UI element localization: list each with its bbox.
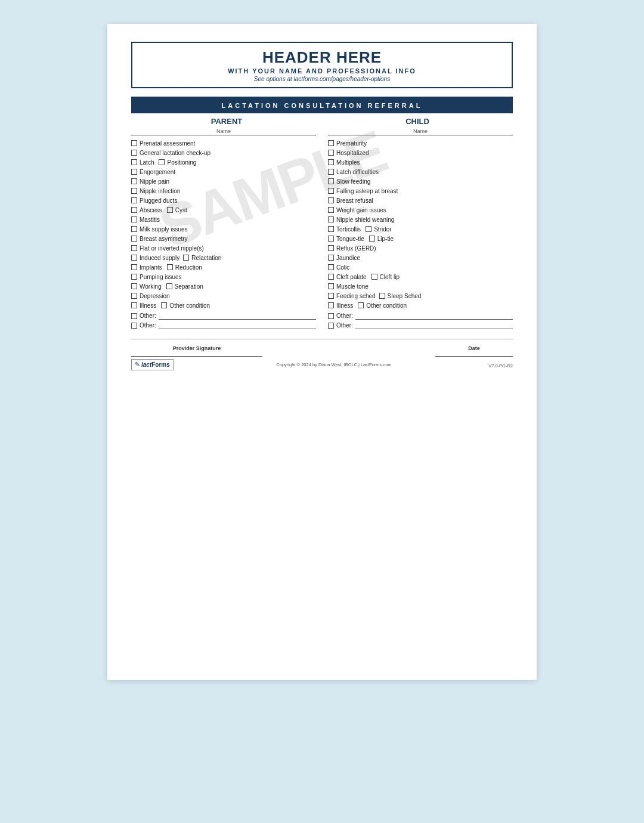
footer-bottom: ✎ lactForms Copyright © 2024 by Diana We… xyxy=(131,359,513,370)
child-name-field[interactable]: Name xyxy=(328,128,513,135)
sig-line[interactable] xyxy=(131,356,262,357)
checkbox[interactable] xyxy=(131,293,137,299)
logo-icon: ✎ xyxy=(135,361,140,369)
parent-column: Name Prenatal assessment General lactati… xyxy=(131,128,322,330)
section-headers: PARENT CHILD xyxy=(131,117,513,126)
checkbox[interactable] xyxy=(358,302,364,308)
checkbox[interactable] xyxy=(379,293,385,299)
list-item: Depression xyxy=(131,292,316,301)
checkbox[interactable] xyxy=(131,216,137,222)
checkbox[interactable] xyxy=(131,283,137,289)
checkbox[interactable] xyxy=(328,207,334,213)
checkbox[interactable] xyxy=(131,197,137,203)
checkbox[interactable] xyxy=(131,169,137,175)
list-item: Latch difficulties xyxy=(328,168,513,177)
checkbox[interactable] xyxy=(131,150,137,156)
checkbox[interactable] xyxy=(328,313,334,319)
child-section-header: CHILD xyxy=(322,117,513,126)
checkbox[interactable] xyxy=(328,293,334,299)
checkbox[interactable] xyxy=(131,207,137,213)
footer-sig-area: Provider Signature Date xyxy=(131,345,513,357)
checkbox[interactable] xyxy=(328,283,334,289)
list-item: Cleft palate Cleft lip xyxy=(328,273,513,281)
checkbox[interactable] xyxy=(131,236,137,242)
checkbox[interactable] xyxy=(183,255,189,261)
checkbox[interactable] xyxy=(328,264,334,270)
checkbox[interactable] xyxy=(369,236,375,242)
copyright-text: Copyright © 2024 by Diana West, IBCLC | … xyxy=(276,362,391,367)
header-url: See options at lactforms.com/pages/heade… xyxy=(142,76,502,82)
list-item: Abscess Cyst xyxy=(131,206,316,215)
checkbox[interactable] xyxy=(328,226,334,232)
header-subtitle: WITH YOUR NAME AND PROFESSIONAL INFO xyxy=(142,67,502,75)
checkbox[interactable] xyxy=(167,207,173,213)
header-box: HEADER HERE WITH YOUR NAME AND PROFESSIO… xyxy=(131,42,513,88)
checkbox[interactable] xyxy=(328,140,334,146)
checkbox[interactable] xyxy=(328,302,334,308)
list-item: Falling asleep at breast xyxy=(328,187,513,196)
parent-name-field[interactable]: Name xyxy=(131,128,316,135)
logo-area: ✎ lactForms xyxy=(131,359,174,370)
sig-label: Provider Signature xyxy=(173,345,221,351)
list-item: Flat or inverted nipple(s) xyxy=(131,244,316,253)
checkbox[interactable] xyxy=(131,159,137,165)
version-text: V7.0-PG-R2 xyxy=(488,363,513,369)
checkbox[interactable] xyxy=(131,226,137,232)
list-item: Reflux (GERD) xyxy=(328,244,513,253)
logo-text: lactForms xyxy=(141,361,170,368)
header-title: HEADER HERE xyxy=(142,49,502,66)
checkbox[interactable] xyxy=(131,274,137,280)
list-item: Tongue-tie Lip-tie xyxy=(328,234,513,243)
checkbox[interactable] xyxy=(131,313,137,319)
checkbox[interactable] xyxy=(328,255,334,261)
list-item: General lactation check-up xyxy=(131,148,316,157)
date-block: Date xyxy=(435,345,513,357)
checkbox[interactable] xyxy=(328,169,334,175)
checkbox[interactable] xyxy=(161,302,167,308)
list-item: Induced supply Relactation xyxy=(131,253,316,262)
checkbox[interactable] xyxy=(371,274,377,280)
list-item: Milk supply issues xyxy=(131,225,316,234)
checkbox[interactable] xyxy=(166,283,172,289)
checkbox[interactable] xyxy=(328,197,334,203)
checkbox[interactable] xyxy=(131,323,137,329)
checkbox[interactable] xyxy=(328,178,334,184)
list-item: Pumping issues xyxy=(131,273,316,281)
checkbox[interactable] xyxy=(328,236,334,242)
logo: ✎ lactForms xyxy=(131,359,174,370)
checkbox[interactable] xyxy=(328,245,334,251)
list-item: Feeding sched Sleep Sched xyxy=(328,292,513,301)
list-item: Multiples xyxy=(328,158,513,167)
checkbox[interactable] xyxy=(159,159,165,165)
list-item: Working Separation xyxy=(131,282,316,291)
checkbox[interactable] xyxy=(328,150,334,156)
other-field-1: Other: xyxy=(131,313,316,320)
list-item: Slow feeding xyxy=(328,177,513,186)
child-column: Name Prematurity Hospitalized Multiples … xyxy=(322,128,513,330)
list-item: Weight gain issues xyxy=(328,206,513,215)
checkbox[interactable] xyxy=(328,159,334,165)
checkbox[interactable] xyxy=(328,323,334,329)
checkbox[interactable] xyxy=(131,140,137,146)
checkbox[interactable] xyxy=(328,188,334,194)
list-item: Implants Reduction xyxy=(131,263,316,272)
checkbox[interactable] xyxy=(366,226,371,232)
list-item: Hospitalized xyxy=(328,148,513,157)
checkbox[interactable] xyxy=(131,255,137,261)
list-item: Prematurity xyxy=(328,139,513,148)
child-other-field-2: Other: xyxy=(328,322,513,329)
checkbox[interactable] xyxy=(131,178,137,184)
list-item: Illness Other condition xyxy=(328,301,513,310)
checkbox[interactable] xyxy=(328,274,334,280)
list-item: Engorgement xyxy=(131,168,316,177)
title-bar: LACTATION CONSULTATION REFERRAL xyxy=(131,97,513,113)
checkbox[interactable] xyxy=(328,216,334,222)
checkbox[interactable] xyxy=(131,264,137,270)
checkbox[interactable] xyxy=(167,264,173,270)
list-item: Torticollis Stridor xyxy=(328,225,513,234)
checkbox[interactable] xyxy=(131,188,137,194)
date-line[interactable] xyxy=(435,356,513,357)
title-bar-text: LACTATION CONSULTATION REFERRAL xyxy=(222,102,423,109)
checkbox[interactable] xyxy=(131,245,137,251)
checkbox[interactable] xyxy=(131,302,137,308)
